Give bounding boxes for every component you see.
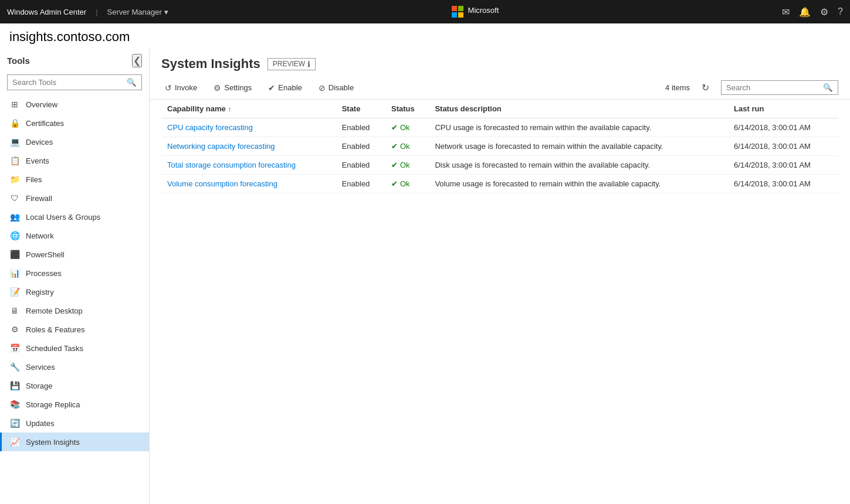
nav-icon-events: 📋 [9,156,20,165]
nav-label-roles-features: Roles & Features [26,325,84,334]
microsoft-logo: Microsoft [452,6,499,18]
cell-lastrun: 6/14/2018, 3:00:01 AM [728,118,838,137]
preview-label: PREVIEW [273,60,305,68]
sidebar-item-registry[interactable]: 📝 Registry [0,282,149,301]
nav-label-registry: Registry [26,288,54,297]
svg-rect-3 [458,12,463,18]
capability-link[interactable]: Total storage consumption forecasting [167,161,296,169]
sort-asc-icon[interactable]: ↑ [228,105,232,113]
refresh-icon: ↻ [702,83,709,93]
sidebar-item-roles-features[interactable]: ⚙ Roles & Features [0,320,149,339]
sidebar-item-scheduled-tasks[interactable]: 📅 Scheduled Tasks [0,339,149,357]
nav-icon-processes: 📊 [9,268,20,278]
sidebar-item-devices[interactable]: 💻 Devices [0,132,149,151]
page-header: System Insights PREVIEW ℹ [150,49,850,76]
nav-label-processes: Processes [26,269,62,278]
table-search-input[interactable] [722,81,818,94]
mail-icon[interactable]: ✉ [782,6,790,18]
nav-label-system-insights: System Insights [26,438,80,447]
nav-icon-updates: 🔄 [9,418,20,428]
nav-icon-overview: ⊞ [9,100,20,109]
sidebar-item-events[interactable]: 📋 Events [0,151,149,170]
table-row[interactable]: CPU capacity forecasting Enabled ✔Ok CPU… [161,118,838,137]
sidebar: Tools ❮ 🔍 ⊞ Overview 🔒 Certificates 💻 De… [0,49,150,504]
sidebar-item-network[interactable]: 🌐 Network [0,226,149,245]
server-manager-label: Server Manager [107,8,162,16]
help-icon[interactable]: ? [838,6,843,17]
nav-icon-storage-replica: 📚 [9,400,20,409]
sidebar-item-system-insights[interactable]: 📈 System Insights [0,433,149,451]
disable-button[interactable]: ⊘ Disable [315,81,357,95]
svg-rect-2 [452,12,457,18]
nav-label-storage: Storage [26,382,53,390]
main-content: System Insights PREVIEW ℹ ↺ Invoke ⚙ Set… [150,49,850,504]
enable-label: Enable [278,83,302,92]
brand-label: Windows Admin Center [7,8,86,16]
invoke-button[interactable]: ↺ Invoke [161,81,201,95]
nav-label-devices: Devices [26,138,53,147]
sidebar-item-powershell[interactable]: ⬛ PowerShell [0,245,149,264]
enable-icon: ✔ [268,83,275,93]
nav-icon-services: 🔧 [9,362,20,372]
sidebar-item-overview[interactable]: ⊞ Overview [0,95,149,114]
sidebar-item-local-users-groups[interactable]: 👥 Local Users & Groups [0,207,149,226]
capability-link[interactable]: Volume consumption forecasting [167,179,277,188]
toolbar: ↺ Invoke ⚙ Settings ✔ Enable ⊘ Disable 4… [150,76,850,100]
table-search-button[interactable]: 🔍 [818,81,838,94]
sidebar-item-storage-replica[interactable]: 📚 Storage Replica [0,395,149,414]
svg-rect-1 [458,6,463,11]
nav-icon-powershell: ⬛ [9,250,20,259]
nav-icon-scheduled-tasks: 📅 [9,343,20,353]
preview-badge[interactable]: PREVIEW ℹ [267,58,316,70]
sidebar-item-updates[interactable]: 🔄 Updates [0,414,149,433]
cell-status: ✔Ok [385,175,429,193]
sidebar-item-storage[interactable]: 💾 Storage [0,376,149,395]
cell-description: Disk usage is forecasted to remain withi… [429,156,728,175]
cell-lastrun: 6/14/2018, 3:00:01 AM [728,175,838,193]
sidebar-collapse-button[interactable]: ❮ [132,54,142,67]
search-tools-icon: 🔍 [127,78,137,87]
nav-label-updates: Updates [26,419,54,428]
nav-label-network: Network [26,231,54,240]
notification-icon[interactable]: 🔔 [799,6,811,18]
nav-icon-roles-features: ⚙ [9,325,20,334]
capability-link[interactable]: CPU capacity forecasting [167,123,253,132]
cell-state: Enabled [336,156,385,175]
disable-icon: ⊘ [319,83,326,93]
search-tools-input[interactable] [8,75,122,90]
sidebar-search-container: 🔍 [0,72,149,95]
nav-label-local-users-groups: Local Users & Groups [26,213,100,222]
cell-description: CPU usage is forecasted to remain within… [429,118,728,137]
table-row[interactable]: Volume consumption forecasting Enabled ✔… [161,175,838,193]
nav-icon-devices: 💻 [9,137,20,147]
sidebar-item-services[interactable]: 🔧 Services [0,357,149,376]
sidebar-item-processes[interactable]: 📊 Processes [0,264,149,282]
settings-icon[interactable]: ⚙ [820,6,828,18]
server-manager-chevron: ▾ [164,8,168,16]
sidebar-item-remote-desktop[interactable]: 🖥 Remote Desktop [0,301,149,320]
table-row[interactable]: Networking capacity forecasting Enabled … [161,137,838,156]
settings-button[interactable]: ⚙ Settings [210,81,255,95]
refresh-button[interactable]: ↻ [699,80,712,96]
col-lastrun: Last run [728,100,838,118]
sidebar-item-certificates[interactable]: 🔒 Certificates [0,114,149,132]
capability-link[interactable]: Networking capacity forecasting [167,142,275,151]
search-tools-button[interactable]: 🔍 [122,75,141,90]
cell-state: Enabled [336,118,385,137]
server-hostname: insights.contoso.com [0,23,850,49]
table-container: Capability name ↑ State Status Status de… [150,100,850,504]
cell-capability: Networking capacity forecasting [161,137,336,156]
col-state: State [336,100,385,118]
nav-label-certificates: Certificates [26,119,64,128]
sidebar-item-firewall[interactable]: 🛡 Firewall [0,189,149,207]
sidebar-item-files[interactable]: 📁 Files [0,170,149,189]
col-status: Status [385,100,429,118]
sidebar-nav: ⊞ Overview 🔒 Certificates 💻 Devices 📋 Ev… [0,95,149,504]
nav-label-storage-replica: Storage Replica [26,400,80,409]
sidebar-header: Tools ❮ [0,49,149,72]
sidebar-title: Tools [7,56,30,66]
nav-icon-storage: 💾 [9,381,20,390]
server-manager-menu[interactable]: Server Manager ▾ [107,8,168,16]
enable-button[interactable]: ✔ Enable [265,81,305,95]
table-row[interactable]: Total storage consumption forecasting En… [161,156,838,175]
